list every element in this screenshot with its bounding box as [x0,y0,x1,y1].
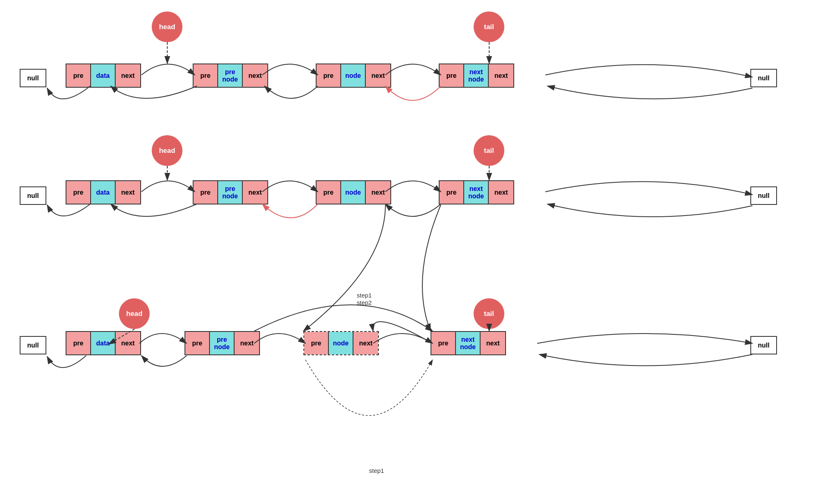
null-right-3: null [750,336,777,354]
step2-label: step2 [357,299,372,306]
node-3-box: pre node next [316,64,391,88]
node-12-next: next [481,332,505,354]
node-1: pre data next [66,64,141,88]
node-2-pre: pre [194,64,218,87]
node-3-pre: pre [317,64,341,87]
node-2: pre pre node next [193,64,268,88]
node-11-box: pre node next [303,331,379,355]
step1-label-top: step1 [357,292,372,299]
node-4-pre: pre [440,64,464,87]
node-7-pre: pre [317,181,341,204]
tail-label-3: tail [484,310,494,318]
tail-label-1: tail [484,23,494,31]
node-8-pre: pre [440,181,464,204]
node-3: pre node next [316,64,391,88]
node-10-pre: pre [185,332,210,354]
node-10-data: pre node [210,332,235,354]
null-left-2-label: null [27,192,39,200]
node-7-next: next [366,181,390,204]
node-9-next: next [116,332,140,354]
node-12-data: next node [456,332,481,354]
node-2-next: next [243,64,267,87]
node-4-data: next node [464,64,489,87]
tail-circle-3: tail [474,298,504,329]
node-12: pre next node next [431,331,506,355]
node-7-box: pre node next [316,180,391,204]
head-label-3: head [126,310,143,318]
node-1-data: data [91,64,116,87]
node-1-pre: pre [66,64,91,87]
node-12-box: pre next node next [431,331,506,355]
node-6: pre pre node next [193,180,268,204]
node-5-box: pre data next [66,180,141,204]
node-2-data: pre node [218,64,243,87]
head-circle-3: head [119,298,150,329]
node-4-box: pre next node next [439,64,514,88]
tail-circle-2: tail [474,135,504,166]
node-9-data: data [91,332,116,354]
node-8-box: pre next node next [439,180,514,204]
null-left-3-label: null [27,342,39,349]
node-8-data: next node [464,181,489,204]
null-left-1: null [20,69,46,87]
node-5-pre: pre [66,181,91,204]
node-6-pre: pre [194,181,218,204]
node-10-box: pre pre node next [185,331,260,355]
node-9-box: pre data next [66,331,141,355]
node-4: pre next node next [439,64,514,88]
node-5-data: data [91,181,116,204]
head-circle-2: head [152,135,182,166]
null-left-1-label: null [27,75,39,82]
node-1-next: next [116,64,140,87]
node-11-data: node [329,332,353,354]
tail-label-2: tail [484,147,494,155]
null-right-1: null [750,69,777,87]
node-9-pre: pre [66,332,91,354]
step1-label-bottom: step1 [369,467,384,474]
head-circle-1: head [152,11,182,42]
null-right-2-label: null [758,192,769,200]
node-11: pre node next [303,331,379,355]
node-5-next: next [116,181,140,204]
node-7-data: node [341,181,366,204]
node-3-data: node [341,64,366,87]
node-3-next: next [366,64,390,87]
node-8-next: next [489,181,513,204]
head-label-1: head [159,23,175,31]
null-left-2: null [20,186,46,205]
node-1-box: pre data next [66,64,141,88]
node-5: pre data next [66,180,141,204]
node-4-next: next [489,64,513,87]
node-11-pre: pre [304,332,329,354]
node-6-data: pre node [218,181,243,204]
node-12-pre: pre [431,332,456,354]
node-8: pre next node next [439,180,514,204]
node-6-box: pre pre node next [193,180,268,204]
null-right-1-label: null [758,75,769,82]
node-11-next: next [353,332,378,354]
null-left-3: null [20,336,46,354]
node-9: pre data next [66,331,141,355]
tail-circle-1: tail [474,11,504,42]
node-6-next: next [243,181,267,204]
null-right-3-label: null [758,342,769,349]
null-right-2: null [750,186,777,205]
diagram: head tail null null pre data next pre pr… [0,0,834,504]
node-7: pre node next [316,180,391,204]
node-10: pre pre node next [185,331,260,355]
head-label-2: head [159,147,175,155]
node-2-box: pre pre node next [193,64,268,88]
node-10-next: next [235,332,259,354]
